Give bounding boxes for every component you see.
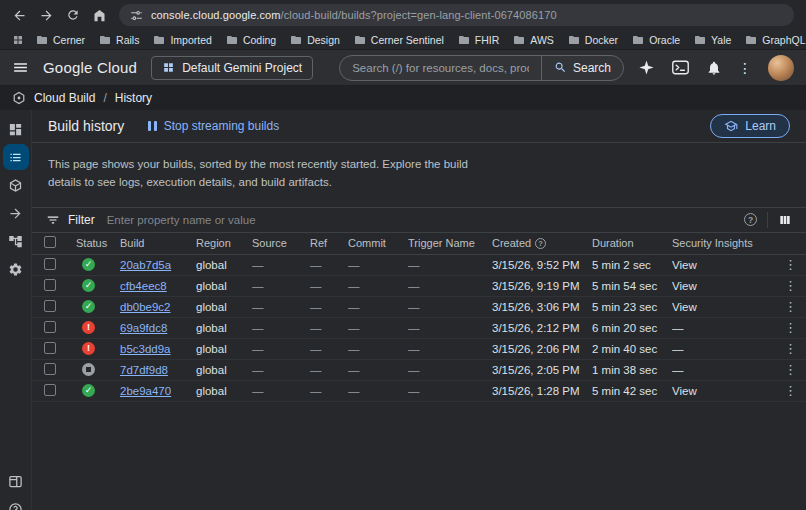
search-input[interactable] <box>340 56 541 80</box>
nav-connections-icon[interactable] <box>3 200 29 226</box>
bookmark-folder[interactable]: GraphQL <box>739 32 806 48</box>
site-settings-icon[interactable] <box>130 9 143 22</box>
stop-streaming-button[interactable]: Stop streaming builds <box>148 119 279 133</box>
security-insights-cell[interactable]: — <box>672 343 782 355</box>
row-menu-button[interactable]: ⋮ <box>782 384 799 397</box>
select-all-checkbox[interactable] <box>44 236 56 248</box>
security-insights-cell[interactable]: — <box>672 322 782 334</box>
nav-dashboard-icon[interactable] <box>3 116 29 142</box>
address-bar[interactable]: console.cloud.google.com/cloud-build/bui… <box>119 4 794 26</box>
bookmark-folder[interactable]: Cerner Sentinel <box>348 32 450 48</box>
reload-icon[interactable] <box>66 8 80 22</box>
row-checkbox[interactable] <box>44 258 56 270</box>
build-link[interactable]: 2be9a470 <box>120 385 171 397</box>
release-notes-icon[interactable] <box>3 468 29 494</box>
header-more-icon[interactable]: ⋮ <box>738 61 752 75</box>
build-link[interactable]: 20ab7d5a <box>120 259 171 271</box>
column-options-icon[interactable] <box>778 213 792 227</box>
header-actions: ⋮ <box>638 55 794 81</box>
build-link[interactable]: db0be9c2 <box>120 301 171 313</box>
nav-history-icon[interactable] <box>3 144 29 170</box>
support-icon[interactable] <box>3 496 29 510</box>
bookmark-label: AWS <box>530 34 554 46</box>
search-button[interactable]: Search <box>541 56 623 80</box>
learn-label: Learn <box>745 119 776 133</box>
learn-button[interactable]: Learn <box>710 114 790 138</box>
workspace: Build history Stop streaming builds Lear… <box>0 110 806 510</box>
row-checkbox[interactable] <box>44 384 56 396</box>
bookmark-folder[interactable]: Design <box>284 32 346 48</box>
back-icon[interactable] <box>12 8 27 23</box>
filter-help-icon[interactable]: ? <box>744 213 757 226</box>
row-menu-button[interactable]: ⋮ <box>782 342 799 355</box>
column-region: Region <box>196 237 252 249</box>
bookmark-folder[interactable]: Rails <box>93 32 145 48</box>
bookmark-label: Imported <box>170 34 211 46</box>
notifications-bell-icon[interactable] <box>706 60 722 76</box>
row-menu-button[interactable]: ⋮ <box>782 279 799 292</box>
bookmark-folder[interactable]: Imported <box>147 32 217 48</box>
nav-worker-pools-icon[interactable] <box>3 228 29 254</box>
bookmark-folder[interactable]: Docker <box>562 32 624 48</box>
folder-icon <box>226 34 238 46</box>
filter-input-area[interactable]: Filter Enter property name or value <box>46 213 734 227</box>
bookmark-folder[interactable]: Cerner <box>30 32 91 48</box>
bookmark-folder[interactable]: FHIR <box>452 32 506 48</box>
row-menu-button[interactable]: ⋮ <box>782 363 799 376</box>
build-link[interactable]: cfb4eec8 <box>120 280 167 292</box>
region-cell: global <box>196 364 252 376</box>
build-link[interactable]: b5c3dd9a <box>120 343 171 355</box>
duration-cell: 5 min 54 sec <box>592 280 672 292</box>
column-created: Created ? <box>492 237 592 249</box>
home-icon[interactable] <box>92 8 107 23</box>
security-insights-cell[interactable]: View <box>672 301 782 313</box>
row-checkbox[interactable] <box>44 342 56 354</box>
row-menu-button[interactable]: ⋮ <box>782 258 799 271</box>
trigger-cell: — <box>408 322 492 334</box>
table-row: 20ab7d5a global — — — — 3/15/26, 9:52 PM… <box>32 255 806 276</box>
bookmark-label: Rails <box>116 34 139 46</box>
security-insights-cell[interactable]: View <box>672 385 782 397</box>
bookmark-folder[interactable]: Yale <box>688 32 737 48</box>
avatar[interactable] <box>768 55 794 81</box>
apps-grid-icon[interactable] <box>8 34 28 46</box>
folder-icon <box>694 34 706 46</box>
created-help-icon[interactable]: ? <box>535 238 546 249</box>
trigger-cell: — <box>408 364 492 376</box>
ref-cell: — <box>310 364 348 376</box>
breadcrumb-product[interactable]: Cloud Build <box>34 91 95 105</box>
status-icon <box>82 342 95 355</box>
security-insights-cell[interactable]: — <box>672 364 782 376</box>
commit-cell: — <box>348 385 408 397</box>
build-link[interactable]: 7d7df9d8 <box>120 364 168 376</box>
row-checkbox[interactable] <box>44 300 56 312</box>
bookmark-label: GraphQL <box>762 34 805 46</box>
row-menu-button[interactable]: ⋮ <box>782 321 799 334</box>
row-checkbox[interactable] <box>44 363 56 375</box>
forward-icon[interactable] <box>39 8 54 23</box>
google-cloud-logo[interactable]: Google Cloud <box>43 59 137 76</box>
gcp-header: Google Cloud Default Gemini Project Sear… <box>0 50 806 86</box>
status-icon <box>82 384 95 397</box>
region-cell: global <box>196 259 252 271</box>
bookmark-folder[interactable]: AWS <box>507 32 560 48</box>
build-link[interactable]: 69a9fdc8 <box>120 322 167 334</box>
source-cell: — <box>252 364 310 376</box>
folder-icon <box>745 34 757 46</box>
ref-cell: — <box>310 280 348 292</box>
row-menu-button[interactable]: ⋮ <box>782 300 799 313</box>
nav-triggers-icon[interactable] <box>3 172 29 198</box>
cloud-shell-icon[interactable] <box>671 59 690 76</box>
menu-icon[interactable] <box>12 59 29 76</box>
row-checkbox[interactable] <box>44 321 56 333</box>
nav-settings-icon[interactable] <box>3 256 29 282</box>
row-checkbox[interactable] <box>44 279 56 291</box>
bookmark-folder[interactable]: Oracle <box>626 32 686 48</box>
bookmark-folder[interactable]: Coding <box>220 32 282 48</box>
gemini-sparkle-icon[interactable] <box>638 59 655 76</box>
security-insights-cell[interactable]: View <box>672 280 782 292</box>
status-icon <box>82 363 95 376</box>
project-picker-button[interactable]: Default Gemini Project <box>151 56 313 80</box>
duration-cell: 2 min 40 sec <box>592 343 672 355</box>
security-insights-cell[interactable]: View <box>672 259 782 271</box>
